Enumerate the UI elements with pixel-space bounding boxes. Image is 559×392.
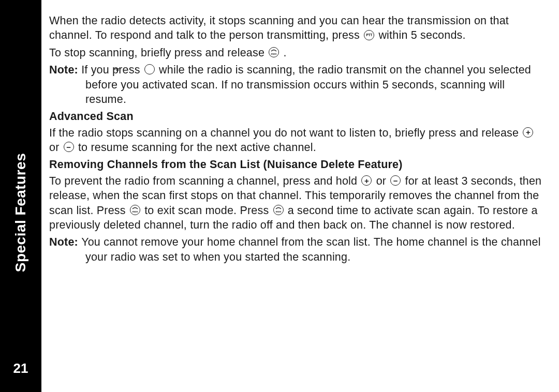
text: within 5 seconds. [378,29,465,41]
section-title: Special Features [12,153,29,273]
mon-scan-icon: mon [273,205,284,215]
text: to exit scan mode. Press [144,204,272,217]
note-ptt-during-scan: Note: If you press while the radio is sc… [49,63,543,107]
text: If the radio stops scanning on a channel… [49,127,522,139]
svg-text:mon: mon [132,210,138,213]
note-label: Note: [49,236,81,248]
mon-scan-icon: mon [269,47,279,57]
page-content: When the radio detects activity, it stop… [49,13,543,267]
nuisance-delete-heading: Removing Channels from the Scan List (Nu… [49,157,543,172]
text: If you press [81,64,143,76]
note-home-channel: Note: You cannot remove your home channe… [49,235,543,264]
plus-icon [361,175,372,186]
ptt-icon [144,64,155,74]
text: You cannot remove your home channel from… [81,236,540,263]
ptt-icon [364,30,374,40]
text: or [49,141,63,154]
advanced-scan-heading: Advanced Scan [49,109,543,124]
plus-icon [523,127,533,138]
advanced-scan-paragraph: If the radio stops scanning on a channel… [49,126,543,155]
note-label: Note: [49,64,81,76]
text: or [376,175,390,187]
sidebar: Special Features 21 [0,0,41,392]
svg-text:mon: mon [275,210,281,213]
page-number: 21 [13,360,28,376]
nuisance-delete-paragraph: To prevent the radio from scanning a cha… [49,174,543,233]
minus-icon [64,142,74,152]
minus-icon [390,175,401,186]
text: . [284,47,287,59]
text: To stop scanning, briefly press and rele… [49,47,268,59]
stop-scan-paragraph: To stop scanning, briefly press and rele… [49,46,543,60]
text: to resume scanning for the next active c… [78,141,316,154]
text: To prevent the radio from scanning a cha… [49,175,360,187]
svg-text:mon: mon [271,52,277,55]
scan-activity-paragraph: When the radio detects activity, it stop… [49,13,543,43]
mon-scan-icon: mon [130,205,140,215]
